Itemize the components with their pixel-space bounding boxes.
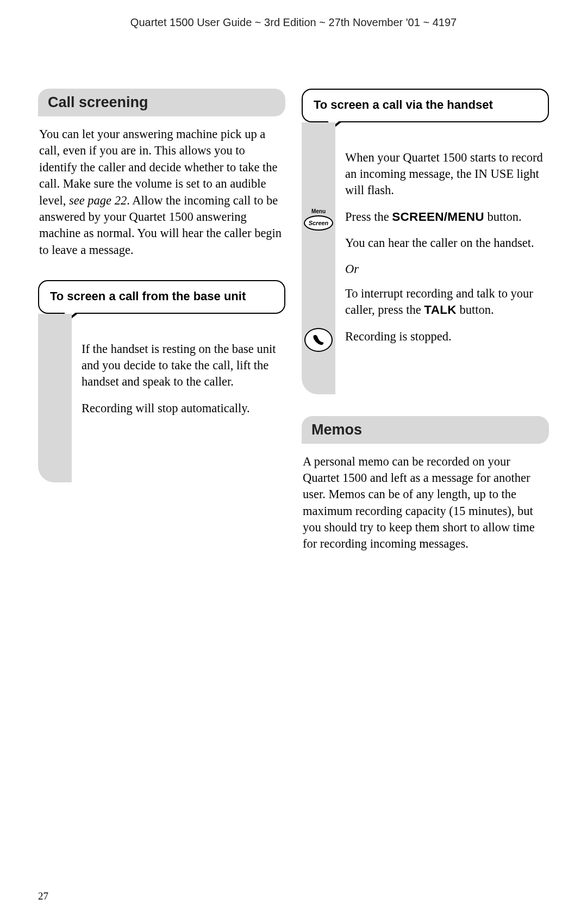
step2-suffix: button. [484,210,522,224]
base-step-2: Recording will stop automatically. [82,400,285,417]
callout-base-unit-title: To screen a call from the base unit [50,289,246,303]
call-screening-heading: Call screening [38,89,285,116]
handset-step-2: Press the SCREEN/MENU button. [345,209,549,225]
page-number: 27 [38,890,48,902]
handset-steps: Menu Screen When your Quartet 1500 start… [302,122,549,394]
screen-menu-button-icon: Menu Screen [304,208,333,231]
document-header: Quartet 1500 User Guide ~ 3rd Edition ~ … [38,16,549,29]
gray-bar-right: Menu Screen [302,122,335,394]
handset-step-4: To interrupt recording and talk to your … [345,286,549,319]
left-column: Call screening You can let your answerin… [38,89,285,574]
handset-step-3: You can hear the caller on the handset. [345,235,549,251]
talk-button-icon [304,328,333,352]
screen-menu-bold: SCREEN/MENU [392,210,484,224]
base-step-1: If the handset is resting on the base un… [82,341,285,390]
callout-handset-title: To screen a call via the handset [314,98,493,111]
call-screening-intro: You can let your answering machine pick … [38,126,285,258]
memos-heading: Memos [302,416,549,444]
callout-handset: To screen a call via the handset [302,89,549,122]
intro-italic-ref: see page 22 [69,194,127,207]
talk-bold: TALK [424,303,457,317]
step4-suffix: button. [457,303,494,317]
gray-bar-left [38,314,72,482]
menu-label: Menu [304,208,333,214]
callout-base-unit: To screen a call from the base unit [38,280,285,314]
memos-body: A personal memo can be recorded on your … [302,454,549,553]
handset-step-1: When your Quartet 1500 starts to record … [345,150,549,199]
screen-oval-icon: Screen [304,215,333,231]
phone-handset-icon [311,333,326,346]
handset-step-5: Recording is stopped. [345,328,549,345]
step2-prefix: Press the [345,210,392,224]
or-separator: Or [345,261,549,277]
base-unit-steps: If the handset is resting on the base un… [38,314,285,482]
right-column: To screen a call via the handset Menu Sc… [302,89,549,574]
